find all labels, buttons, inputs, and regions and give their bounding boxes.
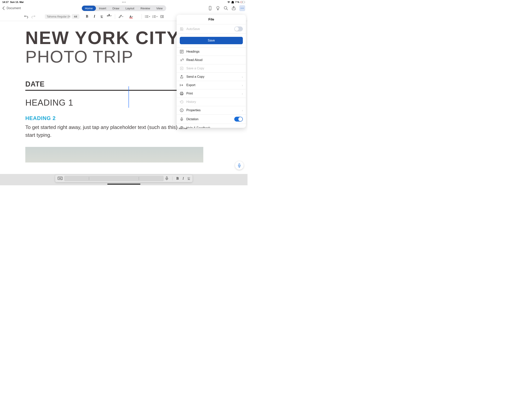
mobile-view-icon[interactable] [208,6,212,10]
tab-view[interactable]: View [153,6,166,11]
chevron-right-icon: › [242,109,243,112]
svg-point-42 [182,109,182,110]
svg-point-49 [58,178,59,178]
svg-point-10 [243,8,244,8]
svg-point-4 [210,9,210,10]
home-indicator[interactable] [107,184,140,185]
tell-me-icon[interactable] [216,6,220,10]
back-button[interactable]: Document [2,6,21,10]
highlight-button[interactable]: ▾ [118,14,124,19]
status-date: Sun 13. Mar [10,1,24,4]
nav-header: Document Home Insert Draw Layout Review … [0,4,247,12]
bullet-list-button[interactable]: ▾ [145,14,150,19]
bold-shortcut[interactable]: B [177,176,179,180]
underline-button[interactable]: U [99,14,105,19]
italic-shortcut[interactable]: I [183,176,184,180]
headings-row[interactable]: Headings [177,47,246,56]
help-icon [180,126,184,128]
help-row[interactable]: Help & Feedback › [177,124,246,128]
share-icon[interactable] [232,6,236,10]
svg-point-9 [242,8,242,8]
export-label: Export [186,83,195,87]
tab-layout[interactable]: Layout [122,6,138,11]
print-label: Print [186,92,193,95]
more-button[interactable] [239,5,245,11]
chevron-right-icon: › [242,75,243,78]
text-size-button[interactable]: aA▾ [106,14,112,19]
svg-point-51 [60,178,60,178]
keyboard-icon[interactable] [57,177,63,180]
properties-label: Properties [186,109,201,112]
autosave-icon [180,27,184,31]
svg-rect-44 [181,118,182,120]
send-copy-label: Send a Copy [186,75,204,78]
export-row[interactable]: Export › [177,81,246,89]
bold-button[interactable]: B [84,14,90,19]
font-name-input[interactable]: Tahoma Regular (H [45,14,70,19]
numbered-list-button[interactable]: 123 ▾ [152,14,158,19]
tab-home[interactable]: Home [82,6,96,11]
horizontal-rule [25,90,203,91]
redo-button[interactable] [30,14,36,19]
svg-rect-56 [59,178,61,179]
font-color-button[interactable]: A ▾ [128,14,134,19]
send-copy-icon [180,75,184,79]
svg-point-15 [145,17,146,18]
wifi-icon [227,1,230,3]
autosave-toggle[interactable] [234,26,243,31]
doc-image-placeholder[interactable] [25,147,203,162]
undo-button[interactable] [23,14,29,19]
help-label: Help & Feedback [186,126,210,128]
tab-draw[interactable]: Draw [109,6,122,11]
svg-rect-59 [166,177,167,179]
doc-body-text[interactable]: To get started right away, just tap any … [25,123,191,139]
read-aloud-label: Read Aloud [186,58,203,62]
underline-shortcut[interactable]: U [188,176,190,180]
svg-rect-1 [241,1,241,3]
headings-icon [180,50,184,54]
ribbon-tabs: Home Insert Draw Layout Review View [81,5,166,11]
history-label: History [186,100,196,104]
svg-point-5 [224,6,227,9]
properties-row[interactable]: Properties › [177,106,246,114]
mic-icon [180,117,184,121]
italic-button[interactable]: I [92,14,97,19]
shortcut-bar: B I U [55,175,192,182]
headphones-icon [231,1,234,4]
dictation-fab[interactable] [235,161,244,170]
headings-label: Headings [186,50,200,53]
search-icon[interactable] [224,6,228,10]
dictate-icon[interactable] [165,176,168,180]
dictation-toggle[interactable] [234,117,243,122]
predictive-text-field[interactable] [64,176,164,181]
svg-point-8 [241,8,241,8]
save-copy-row: Save a Copy [177,64,246,72]
read-aloud-row[interactable]: A Read Aloud [177,56,246,64]
save-copy-icon [180,66,184,70]
dictation-label: Dictation [186,117,198,121]
multitask-dots[interactable] [122,2,126,3]
svg-rect-47 [239,164,240,166]
send-copy-row[interactable]: Send a Copy › [177,72,246,81]
decrease-indent-button[interactable] [159,14,165,19]
tab-review[interactable]: Review [138,6,153,11]
save-copy-label: Save a Copy [186,67,204,70]
chevron-left-icon [2,6,5,10]
save-button[interactable]: Save [180,37,243,44]
chevron-right-icon: › [242,92,243,95]
print-row[interactable]: Print › [177,89,246,98]
history-row: History [177,98,246,106]
print-icon [180,91,184,96]
chevron-right-icon: › [242,84,243,87]
tab-insert[interactable]: Insert [96,6,109,11]
font-size-input[interactable]: 44 [72,14,79,19]
svg-point-57 [61,180,62,180]
svg-point-13 [145,16,146,17]
status-time: 14:17 [2,1,9,4]
dictation-row: Dictation [177,114,246,124]
text-cursor [128,86,129,108]
autosave-label: AutoSave [186,27,200,31]
toolbar-divider [115,14,115,19]
history-icon [180,100,184,104]
chevron-right-icon: › [242,126,243,128]
